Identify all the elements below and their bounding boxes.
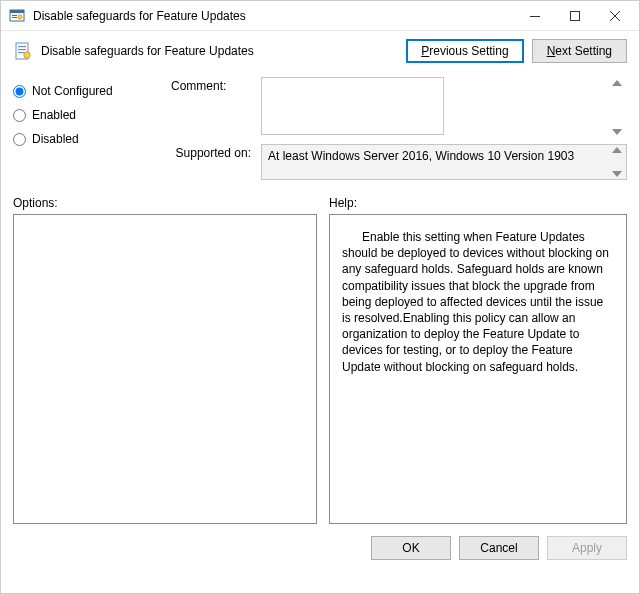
options-label: Options: (13, 196, 317, 210)
supported-on-label: Supported on: (171, 144, 251, 160)
svg-rect-10 (18, 46, 26, 47)
svg-rect-3 (12, 17, 17, 18)
cancel-button[interactable]: Cancel (459, 536, 539, 560)
supported-on-value: At least Windows Server 2016, Windows 10… (261, 144, 627, 180)
svg-marker-15 (612, 129, 622, 135)
radio-label: Enabled (32, 108, 76, 122)
svg-rect-5 (530, 16, 540, 17)
options-panel (13, 214, 317, 524)
comment-label: Comment: (171, 77, 251, 93)
panel-labels: Options: Help: (1, 190, 639, 214)
radio-disabled[interactable]: Disabled (13, 127, 163, 151)
dialog-buttons: OK Cancel Apply (1, 524, 639, 560)
maximize-button[interactable] (555, 1, 595, 30)
close-button[interactable] (595, 1, 635, 30)
svg-rect-12 (18, 52, 24, 53)
svg-rect-2 (12, 15, 17, 16)
radio-not-configured[interactable]: Not Configured (13, 79, 163, 103)
radio-enabled[interactable]: Enabled (13, 103, 163, 127)
window-title: Disable safeguards for Feature Updates (33, 9, 515, 23)
title-bar: Disable safeguards for Feature Updates (1, 1, 639, 31)
radio-label: Disabled (32, 132, 79, 146)
config-area: Not Configured Enabled Disabled Comment:… (1, 71, 639, 190)
minimize-button[interactable] (515, 1, 555, 30)
app-icon (9, 8, 25, 24)
svg-marker-17 (612, 171, 622, 177)
apply-button[interactable]: Apply (547, 536, 627, 560)
policy-header: Disable safeguards for Feature Updates P… (1, 31, 639, 71)
state-radio-group: Not Configured Enabled Disabled (13, 77, 163, 186)
comment-input[interactable] (261, 77, 444, 135)
svg-rect-1 (10, 10, 24, 13)
help-panel: Enable this setting when Feature Updates… (329, 214, 627, 524)
svg-point-4 (18, 14, 22, 18)
svg-marker-16 (612, 147, 622, 153)
svg-point-13 (24, 52, 30, 58)
next-setting-button[interactable]: Next Setting (532, 39, 627, 63)
radio-label: Not Configured (32, 84, 113, 98)
policy-icon (13, 41, 33, 61)
panels-row: Enable this setting when Feature Updates… (1, 214, 639, 524)
svg-rect-11 (18, 49, 26, 50)
policy-title: Disable safeguards for Feature Updates (41, 44, 398, 58)
ok-button[interactable]: OK (371, 536, 451, 560)
previous-setting-button[interactable]: Previous Setting (406, 39, 523, 63)
help-label: Help: (329, 196, 357, 210)
svg-rect-6 (571, 11, 580, 20)
help-text: Enable this setting when Feature Updates… (342, 230, 609, 374)
svg-marker-14 (612, 80, 622, 86)
